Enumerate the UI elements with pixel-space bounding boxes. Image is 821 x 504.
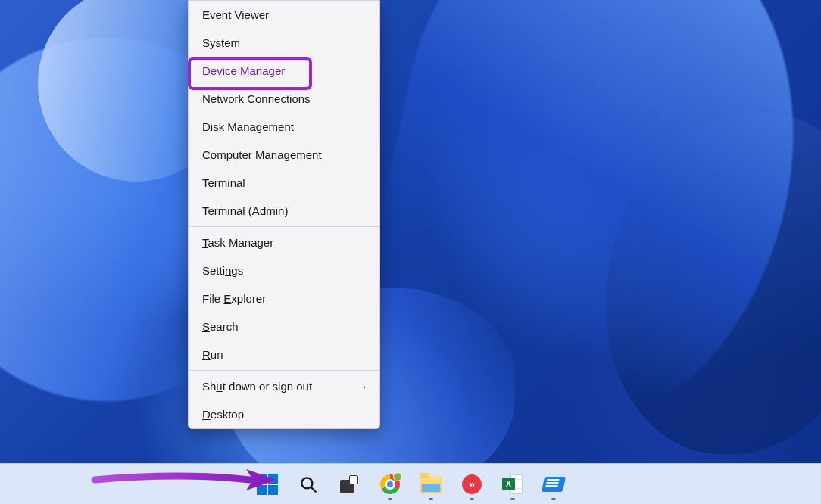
menu-item-file-explorer[interactable]: File Explorer	[189, 285, 379, 313]
menu-item-task-manager[interactable]: Task Manager	[189, 229, 379, 257]
chevron-right-icon: ›	[363, 382, 366, 391]
file-explorer-app[interactable]	[413, 468, 449, 501]
folder-icon	[420, 476, 442, 493]
menu-item-label: Device Manager	[202, 64, 285, 77]
excel-icon: X	[503, 474, 523, 494]
menu-item-label: Disk Management	[202, 120, 294, 133]
task-view-button[interactable]	[331, 468, 367, 501]
menu-item-label: File Explorer	[202, 292, 266, 305]
menu-item-desktop[interactable]: Desktop	[189, 400, 379, 428]
excel-app[interactable]: X	[495, 468, 531, 501]
red-circle-app-icon: »	[462, 474, 482, 494]
chrome-app[interactable]	[372, 468, 408, 501]
menu-item-run[interactable]: Run	[189, 341, 379, 369]
search-icon	[298, 474, 318, 494]
search-button[interactable]	[290, 468, 326, 501]
menu-item-label: Event Viewer	[202, 8, 269, 21]
menu-item-label: Search	[202, 320, 239, 333]
menu-item-device-manager[interactable]: Device Manager	[189, 57, 379, 85]
menu-item-label: Settings	[202, 264, 243, 277]
menu-item-event-viewer[interactable]: Event Viewer	[189, 1, 379, 29]
chrome-icon	[380, 474, 400, 494]
start-button[interactable]	[249, 468, 286, 501]
menu-item-label: Shut down or sign out	[202, 380, 312, 393]
menu-item-computer-management[interactable]: Computer Management	[189, 141, 379, 169]
menu-item-label: Network Connections	[202, 92, 311, 105]
menu-separator	[189, 226, 379, 227]
menu-item-system[interactable]: System	[189, 29, 379, 57]
taskbar: »X	[0, 463, 821, 504]
menu-item-label: Run	[202, 348, 223, 361]
todoist-app[interactable]: »	[454, 468, 490, 501]
menu-item-terminal-admin[interactable]: Terminal (Admin)	[189, 197, 379, 225]
run-app[interactable]	[535, 468, 572, 501]
menu-item-label: Terminal (Admin)	[202, 204, 288, 217]
run-dialog-icon	[542, 477, 566, 492]
desktop-wallpaper: Event ViewerSystemDevice ManagerNetwork …	[0, 0, 821, 504]
menu-item-label: Computer Management	[202, 148, 322, 161]
task-view-icon	[340, 475, 358, 493]
winx-context-menu: Event ViewerSystemDevice ManagerNetwork …	[188, 0, 380, 429]
menu-separator	[189, 370, 379, 371]
menu-item-terminal[interactable]: Terminal	[189, 169, 379, 197]
menu-item-search[interactable]: Search	[189, 313, 379, 341]
svg-line-1	[311, 487, 316, 491]
menu-item-label: Terminal	[202, 176, 245, 189]
menu-item-shut-down-or-sign-out[interactable]: Shut down or sign out›	[189, 372, 379, 400]
menu-item-network-connections[interactable]: Network Connections	[189, 85, 379, 113]
menu-item-label: Task Manager	[202, 236, 273, 249]
menu-item-label: System	[202, 36, 240, 49]
windows-logo-icon	[257, 474, 278, 495]
menu-item-settings[interactable]: Settings	[189, 257, 379, 285]
menu-item-label: Desktop	[202, 408, 244, 421]
menu-item-disk-management[interactable]: Disk Management	[189, 113, 379, 141]
